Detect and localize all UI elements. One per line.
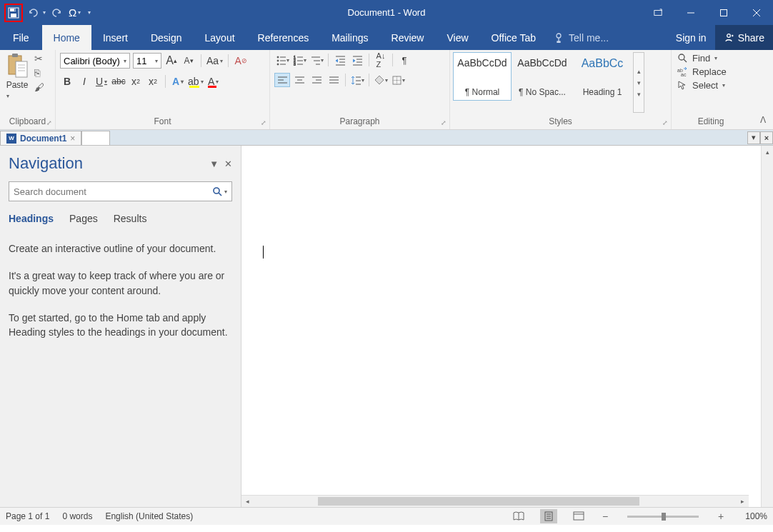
zoom-in-button[interactable]: + — [716, 511, 726, 522]
clipboard-launcher[interactable]: ⤢ — [46, 119, 52, 126]
print-layout-button[interactable] — [540, 509, 557, 523]
tab-insert[interactable]: Insert — [91, 25, 139, 50]
collapse-ribbon-button[interactable]: ᐱ — [760, 115, 766, 125]
share-button[interactable]: Share — [715, 25, 773, 50]
bullets-button[interactable]: ▾ — [274, 53, 290, 67]
clear-formatting-button[interactable]: A⊘ — [234, 54, 248, 68]
status-words[interactable]: 0 words — [62, 511, 92, 521]
tabs-close-all-button[interactable]: × — [760, 131, 773, 144]
italic-button[interactable]: I — [77, 74, 91, 89]
close-tab-icon[interactable]: × — [70, 134, 75, 144]
tab-file[interactable]: File — [0, 25, 42, 50]
styles-gallery-more[interactable]: ▴▾▾ — [633, 52, 644, 113]
tab-review[interactable]: Review — [380, 25, 436, 50]
status-language[interactable]: English (United States) — [105, 511, 193, 521]
tab-mailings[interactable]: Mailings — [320, 25, 379, 50]
document-tab[interactable]: W Document1 × — [0, 131, 81, 145]
line-spacing-button[interactable]: ▾ — [349, 73, 365, 87]
hscroll-right-button[interactable]: ▸ — [737, 496, 749, 507]
new-tab-button[interactable] — [81, 131, 110, 145]
strikethrough-button[interactable]: abc — [111, 74, 126, 89]
paragraph-launcher[interactable]: ⤢ — [441, 119, 447, 126]
tab-home[interactable]: Home — [42, 25, 91, 50]
zoom-level[interactable]: 100% — [739, 511, 767, 521]
font-color-button[interactable]: A▾ — [206, 74, 221, 89]
tab-references[interactable]: References — [246, 25, 321, 50]
symbol-dropdown[interactable]: ▾ — [78, 9, 81, 16]
bold-button[interactable]: B — [60, 74, 74, 89]
zoom-slider-thumb[interactable] — [662, 513, 666, 521]
copy-button[interactable]: ⎘ — [34, 67, 44, 79]
font-name-combo[interactable]: Calibri (Body)▾ — [60, 53, 130, 69]
symbol-button[interactable]: Ω — [67, 4, 78, 22]
tab-design[interactable]: Design — [139, 25, 194, 50]
qat-customize[interactable]: ▾ — [88, 9, 91, 16]
navigation-search-input[interactable] — [14, 186, 178, 197]
document-page[interactable]: ◂ ▸ — [241, 146, 761, 507]
zoom-out-button[interactable]: − — [600, 511, 610, 522]
sort-button[interactable]: A↓Z — [373, 53, 389, 67]
numbering-button[interactable]: 123▾ — [291, 53, 307, 67]
navigation-close-button[interactable]: ✕ — [224, 159, 232, 169]
shrink-font-button[interactable]: A▾ — [181, 54, 196, 68]
grow-font-button[interactable]: A▴ — [164, 54, 179, 68]
increase-indent-button[interactable] — [349, 53, 365, 67]
text-effects-button[interactable]: A▾ — [171, 74, 185, 89]
sign-in-link[interactable]: Sign in — [667, 25, 715, 50]
vscroll-up-button[interactable]: ▴ — [762, 146, 773, 158]
navigation-search-button[interactable]: ▾ — [212, 186, 227, 196]
tab-office-tab[interactable]: Office Tab — [480, 25, 548, 50]
shading-button[interactable]: ▾ — [373, 73, 389, 87]
find-button[interactable]: Find▾ — [677, 53, 717, 64]
highlight-button[interactable]: ab▾ — [188, 74, 204, 89]
navigation-menu-button[interactable]: ▼ — [209, 159, 219, 169]
format-painter-button[interactable]: 🖌 — [34, 81, 44, 93]
web-layout-button[interactable] — [570, 509, 587, 523]
style-no-spacing[interactable]: AaBbCcDd ¶ No Spac... — [513, 52, 572, 101]
show-marks-button[interactable]: ¶ — [397, 53, 412, 67]
read-mode-button[interactable] — [510, 509, 527, 523]
zoom-slider[interactable] — [627, 516, 699, 518]
undo-dropdown[interactable]: ▾ — [43, 9, 46, 16]
navigation-search[interactable]: ▾ — [9, 181, 232, 201]
change-case-button[interactable]: Aa▾ — [206, 54, 223, 68]
minimize-button[interactable] — [674, 0, 707, 25]
close-button[interactable] — [740, 0, 773, 25]
hscroll-thumb[interactable] — [318, 497, 639, 506]
align-right-button[interactable] — [309, 73, 324, 87]
nav-tab-headings[interactable]: Headings — [9, 213, 54, 224]
borders-button[interactable]: ▾ — [390, 73, 406, 87]
underline-button[interactable]: U▾ — [94, 74, 109, 89]
undo-button[interactable] — [24, 4, 43, 22]
vertical-scrollbar[interactable]: ▴ — [761, 146, 773, 507]
superscript-button[interactable]: x2 — [146, 74, 160, 89]
style-heading-1[interactable]: AaBbCc Heading 1 — [573, 52, 632, 101]
cut-button[interactable]: ✂ — [34, 53, 44, 64]
select-button[interactable]: Select▾ — [677, 80, 725, 91]
align-center-button[interactable] — [291, 73, 307, 87]
font-size-combo[interactable]: 11▾ — [133, 53, 161, 69]
align-left-button[interactable] — [274, 73, 290, 87]
horizontal-scrollbar[interactable]: ◂ ▸ — [241, 495, 749, 507]
hscroll-left-button[interactable]: ◂ — [241, 496, 254, 507]
font-launcher[interactable]: ⤢ — [261, 119, 266, 126]
styles-launcher[interactable]: ⤢ — [662, 119, 668, 126]
status-page[interactable]: Page 1 of 1 — [6, 511, 49, 521]
maximize-button[interactable] — [707, 0, 740, 25]
tell-me-search[interactable]: Tell me... — [547, 25, 616, 50]
ribbon-display-options[interactable] — [642, 0, 674, 25]
style-normal[interactable]: AaBbCcDd ¶ Normal — [453, 52, 512, 101]
redo-button[interactable] — [47, 4, 66, 22]
replace-button[interactable]: abac Replace — [677, 66, 727, 77]
tab-view[interactable]: View — [435, 25, 479, 50]
subscript-button[interactable]: x2 — [129, 74, 143, 89]
multilevel-list-button[interactable]: ▾ — [309, 53, 324, 67]
nav-tab-pages[interactable]: Pages — [69, 213, 98, 224]
tab-layout[interactable]: Layout — [194, 25, 246, 50]
decrease-indent-button[interactable] — [332, 53, 348, 67]
save-button[interactable] — [4, 4, 23, 22]
justify-button[interactable] — [326, 73, 341, 87]
tabs-menu-button[interactable]: ▾ — [747, 131, 760, 144]
paste-button[interactable]: Paste▾ — [3, 51, 31, 101]
nav-tab-results[interactable]: Results — [114, 213, 147, 224]
